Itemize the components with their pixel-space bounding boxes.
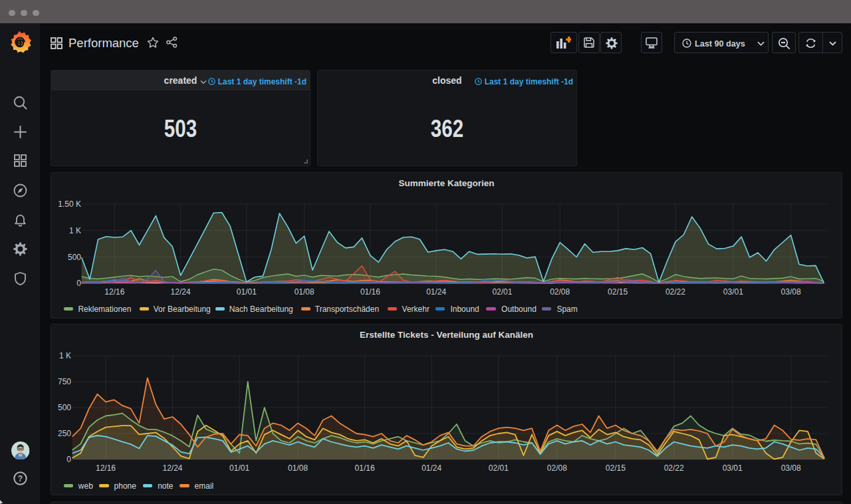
svg-text:0: 0 — [66, 455, 71, 464]
svg-text:500: 500 — [58, 403, 71, 412]
svg-text:500: 500 — [68, 253, 81, 262]
svg-text:01/01: 01/01 — [229, 463, 249, 473]
svg-text:01/24: 01/24 — [422, 463, 441, 473]
svg-text:02/01: 02/01 — [492, 287, 512, 297]
svg-text:02/22: 02/22 — [666, 287, 685, 297]
svg-text:02/15: 02/15 — [606, 463, 626, 473]
svg-text:02/15: 02/15 — [608, 287, 628, 297]
svg-text:01/16: 01/16 — [355, 463, 375, 473]
svg-text:12/16: 12/16 — [96, 463, 116, 473]
svg-text:1 K: 1 K — [59, 351, 71, 360]
svg-text:250: 250 — [58, 429, 71, 438]
svg-text:01/08: 01/08 — [288, 463, 308, 473]
svg-text:1 K: 1 K — [69, 226, 81, 235]
svg-text:03/01: 03/01 — [723, 463, 743, 473]
svg-text:01/08: 01/08 — [295, 287, 314, 297]
svg-text:02/08: 02/08 — [550, 287, 570, 297]
svg-text:12/24: 12/24 — [171, 287, 191, 297]
svg-text:750: 750 — [58, 377, 71, 386]
svg-text:01/16: 01/16 — [360, 287, 380, 297]
svg-text:01/01: 01/01 — [237, 287, 257, 297]
svg-text:12/24: 12/24 — [162, 463, 182, 473]
svg-text:1.50 K: 1.50 K — [58, 199, 81, 209]
svg-text:?: ? — [18, 474, 23, 483]
svg-text:02/22: 02/22 — [664, 463, 684, 473]
svg-text:0: 0 — [76, 279, 81, 288]
svg-text:12/16: 12/16 — [104, 287, 124, 297]
svg-text:03/08: 03/08 — [781, 287, 801, 297]
svg-text:03/01: 03/01 — [723, 287, 743, 297]
svg-text:03/08: 03/08 — [781, 463, 801, 473]
svg-text:02/01: 02/01 — [489, 463, 509, 473]
svg-text:02/08: 02/08 — [547, 463, 567, 473]
svg-text:01/24: 01/24 — [426, 287, 446, 297]
